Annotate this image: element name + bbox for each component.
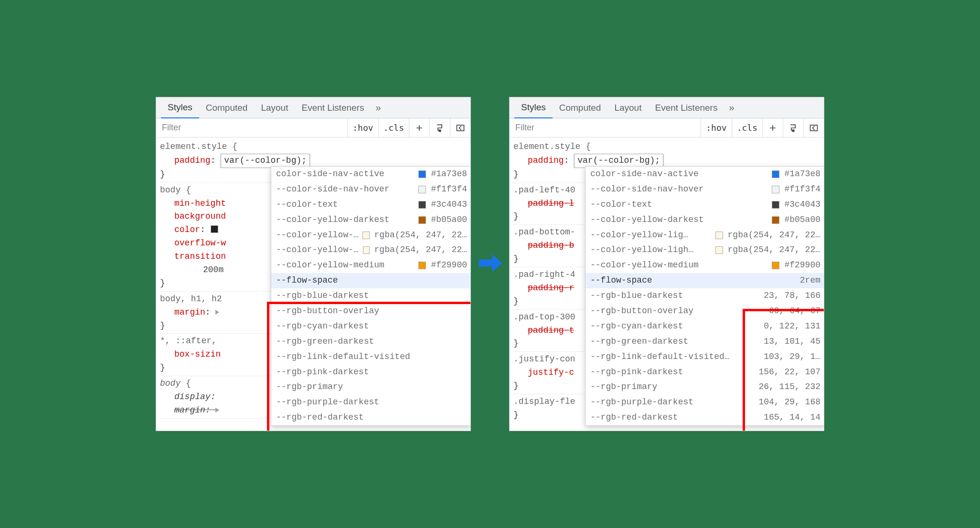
color-swatch — [418, 186, 426, 193]
paint-icon[interactable] — [429, 118, 450, 137]
styles-rules-left: element.style { padding: var(--color-bg)… — [156, 137, 470, 419]
tab-event-listeners[interactable]: Event Listeners — [295, 98, 371, 118]
autocomplete-popup-right[interactable]: color-side-nav-active #1a73e8 --color-si… — [585, 166, 824, 426]
color-swatch — [418, 201, 426, 209]
autocomplete-item[interactable]: --color-yellow-medium #f29900 — [271, 258, 471, 273]
autocomplete-item[interactable]: --rgb-purple-darkest — [271, 395, 471, 410]
tab-layout[interactable]: Layout — [607, 98, 648, 118]
color-swatch[interactable] — [211, 225, 218, 233]
filter-input[interactable] — [156, 118, 347, 137]
autocomplete-item[interactable]: --color-yellow-lig… rgba(254, 247, 22… — [271, 228, 471, 243]
color-swatch — [418, 170, 426, 178]
autocomplete-item[interactable]: --rgb-blue-darkest23, 78, 166 — [586, 288, 824, 304]
paint-icon[interactable] — [783, 118, 803, 137]
autocomplete-item[interactable]: --rgb-primary26, 115, 232 — [586, 380, 824, 395]
autocomplete-item[interactable]: --color-yellow-lig… rgba(254, 247, 22… — [586, 228, 824, 243]
autocomplete-item[interactable]: --rgb-cyan-darkest — [271, 319, 471, 334]
styles-rules-right: element.style { padding: var(--color-bg)… — [510, 137, 824, 423]
tab-computed[interactable]: Computed — [553, 98, 608, 118]
expand-icon[interactable] — [215, 408, 219, 412]
styles-toolbar: :hov .cls — [510, 118, 824, 137]
color-swatch — [362, 232, 369, 239]
autocomplete-item[interactable]: --color-yellow-darkest #b05a00 — [586, 212, 824, 228]
autocomplete-item[interactable]: --rgb-green-darkest — [271, 334, 471, 349]
color-swatch — [772, 170, 779, 178]
selector-element-style: element.style — [160, 142, 227, 151]
svg-rect-0 — [439, 129, 441, 132]
autocomplete-item[interactable]: --rgb-blue-darkest — [271, 288, 471, 304]
svg-rect-1 — [457, 125, 464, 131]
autocomplete-item[interactable]: --flow-space2rem — [586, 273, 824, 288]
autocomplete-item[interactable]: --color-text #3c4043 — [271, 197, 471, 212]
autocomplete-item[interactable]: --flow-space — [271, 273, 471, 288]
color-swatch — [418, 216, 426, 224]
tabs-bar: Styles Computed Layout Event Listeners » — [156, 97, 470, 118]
new-style-rule-button[interactable] — [762, 118, 783, 137]
styles-toolbar: :hov .cls — [156, 118, 470, 137]
devtools-styles-panel-left: Styles Computed Layout Event Listeners »… — [156, 97, 471, 431]
color-swatch — [715, 246, 723, 254]
autocomplete-item[interactable]: --color-yellow-ligh… rgba(254, 247, 22… — [586, 243, 824, 258]
color-swatch — [363, 246, 370, 254]
tab-layout[interactable]: Layout — [254, 98, 295, 118]
autocomplete-item[interactable]: --color-yellow-medium #f29900 — [586, 258, 824, 273]
tab-styles[interactable]: Styles — [161, 97, 199, 119]
autocomplete-item[interactable]: --color-side-nav-hover #f1f3f4 — [271, 182, 471, 197]
tab-styles[interactable]: Styles — [514, 97, 553, 119]
autocomplete-item[interactable]: --rgb-pink-darkest — [271, 365, 471, 380]
expand-icon[interactable] — [215, 310, 219, 315]
autocomplete-item[interactable]: --color-yellow-darkest #b05a00 — [271, 212, 471, 228]
autocomplete-item[interactable]: color-side-nav-active #1a73e8 — [271, 167, 471, 182]
svg-rect-2 — [792, 129, 795, 132]
color-swatch — [772, 216, 779, 224]
autocomplete-item[interactable]: --rgb-button-overlay60, 64, 67 — [586, 304, 824, 319]
prop-padding[interactable]: padding — [174, 156, 211, 165]
autocomplete-item[interactable]: --rgb-green-darkest13, 101, 45 — [586, 334, 824, 349]
color-swatch — [772, 186, 779, 193]
autocomplete-item[interactable]: --color-text #3c4043 — [586, 197, 824, 212]
autocomplete-popup-left[interactable]: color-side-nav-active #1a73e8 --color-si… — [271, 166, 471, 426]
autocomplete-item[interactable]: --rgb-link-default-visited — [271, 349, 471, 365]
autocomplete-item[interactable]: --color-yellow-ligh… rgba(254, 247, 22… — [271, 243, 471, 258]
cls-button[interactable]: .cls — [732, 118, 762, 137]
pseudo-hov-button[interactable]: :hov — [347, 118, 378, 137]
autocomplete-item[interactable]: --rgb-red-darkest165, 14, 14 — [586, 410, 824, 425]
autocomplete-item[interactable]: --rgb-purple-darkest104, 29, 168 — [586, 395, 824, 410]
tabs-overflow-icon[interactable]: » — [724, 102, 739, 113]
autocomplete-item[interactable]: --rgb-red-darkest — [271, 410, 471, 425]
tab-computed[interactable]: Computed — [199, 98, 255, 118]
autocomplete-item[interactable]: color-side-nav-active #1a73e8 — [586, 167, 824, 182]
tabs-overflow-icon[interactable]: » — [371, 102, 385, 113]
autocomplete-item[interactable]: --rgb-link-default-visited…103, 29, 1… — [586, 349, 824, 365]
new-style-rule-button[interactable] — [409, 118, 429, 137]
tabs-bar: Styles Computed Layout Event Listeners » — [510, 97, 824, 118]
cls-button[interactable]: .cls — [378, 118, 409, 137]
filter-input[interactable] — [510, 118, 701, 137]
autocomplete-item[interactable]: --rgb-button-overlay — [271, 304, 471, 319]
tab-event-listeners[interactable]: Event Listeners — [648, 98, 724, 118]
autocomplete-item[interactable]: --color-side-nav-hover #f1f3f4 — [586, 182, 824, 197]
color-swatch — [772, 201, 779, 209]
arrow-icon — [477, 250, 503, 279]
selector-body: body — [160, 185, 181, 195]
autocomplete-item[interactable]: --rgb-pink-darkest156, 22, 107 — [586, 365, 824, 380]
autocomplete-item[interactable]: --rgb-primary — [271, 380, 471, 395]
devtools-styles-panel-right: Styles Computed Layout Event Listeners »… — [509, 97, 824, 431]
toggle-sidebar-icon[interactable] — [803, 118, 824, 137]
color-swatch — [772, 262, 779, 269]
autocomplete-item[interactable]: --rgb-cyan-darkest0, 122, 131 — [586, 319, 824, 334]
svg-rect-3 — [810, 125, 818, 131]
toggle-sidebar-icon[interactable] — [450, 118, 470, 137]
pseudo-hov-button[interactable]: :hov — [701, 118, 731, 137]
color-swatch — [418, 262, 426, 269]
color-swatch — [715, 232, 723, 239]
